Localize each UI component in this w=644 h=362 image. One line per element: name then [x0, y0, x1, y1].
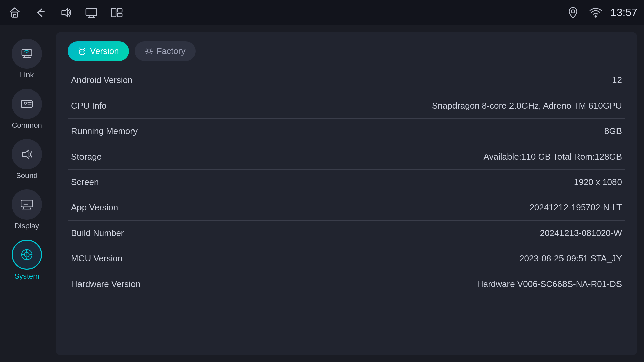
svg-line-33: [80, 48, 81, 49]
svg-point-35: [80, 51, 82, 52]
svg-rect-3: [86, 8, 97, 15]
content-area: Version Factory Android Version 12 CPU I…: [56, 32, 637, 355]
gear-icon: [145, 47, 153, 56]
table-row: Android Version 12: [68, 68, 625, 93]
sidebar-item-display[interactable]: Display: [8, 186, 45, 234]
topbar: 13:57: [0, 0, 644, 25]
system-icon-circle: i: [12, 240, 42, 270]
sidebar-item-sound[interactable]: Sound: [8, 136, 45, 183]
tab-factory[interactable]: Factory: [135, 41, 196, 61]
svg-text:i: i: [26, 253, 27, 257]
tab-version-label: Version: [90, 46, 119, 56]
table-row: Running Memory 8GB: [68, 119, 625, 144]
running-memory-value: 8GB: [604, 126, 622, 136]
location-icon[interactable]: [565, 5, 581, 21]
cpu-info-value: Snapdragon 8-core 2.0GHz, Adreno TM 610G…: [432, 101, 622, 111]
table-row: Storage Available:110 GB Total Rom:128GB: [68, 144, 625, 170]
sidebar-item-link[interactable]: Link: [8, 35, 45, 83]
screen-value: 644 x 362: [574, 177, 622, 187]
common-label: Common: [12, 121, 42, 130]
hardware-version-value: Hardware V006-SC668S-NA-R01-DS: [477, 279, 622, 289]
storage-label: Storage: [71, 152, 102, 162]
sound-label: Sound: [16, 171, 38, 180]
svg-point-11: [595, 16, 597, 17]
screen-icon[interactable]: [83, 5, 99, 21]
sidebar-item-system[interactable]: i System: [8, 236, 45, 284]
svg-rect-14: [21, 100, 32, 108]
volume-icon[interactable]: [58, 5, 74, 21]
svg-rect-9: [117, 13, 122, 16]
cpu-info-label: CPU Info: [71, 101, 107, 111]
app-version-label: App Version: [71, 202, 118, 213]
topbar-left: [7, 5, 125, 21]
android-icon: [78, 47, 87, 56]
table-row: CPU Info Snapdragon 8-core 2.0GHz, Adren…: [68, 93, 625, 119]
mcu-version-label: MCU Version: [71, 253, 122, 264]
home-icon[interactable]: [7, 5, 23, 21]
display-icon-circle: [12, 189, 42, 220]
clock: 13:57: [610, 5, 637, 21]
info-table: Android Version 12 CPU Info Snapdragon 8…: [68, 68, 625, 346]
table-row: Build Number 20241213-081020-W: [68, 221, 625, 246]
svg-marker-2: [62, 8, 68, 17]
svg-line-34: [84, 48, 85, 49]
sidebar: Link Common Sou: [3, 32, 50, 355]
storage-value: Available:110 GB Total Rom:128GB: [484, 152, 622, 162]
running-memory-label: Running Memory: [71, 126, 138, 136]
split-icon[interactable]: [109, 5, 125, 21]
table-row: Screen 644 x 362: [68, 170, 625, 195]
tab-version[interactable]: Version: [68, 41, 129, 61]
svg-marker-18: [22, 150, 29, 158]
svg-point-10: [571, 10, 575, 13]
wifi-icon[interactable]: [588, 5, 604, 21]
android-version-value: 12: [612, 75, 622, 85]
table-row: App Version 20241212-195702-N-LT: [68, 195, 625, 221]
build-number-value: 20241213-081020-W: [540, 228, 622, 238]
hardware-version-label: Hardware Version: [71, 279, 141, 289]
svg-rect-8: [117, 8, 122, 12]
table-row: Hardware Version Hardware V006-SC668S-NA…: [68, 272, 625, 297]
svg-point-37: [147, 50, 150, 53]
svg-point-32: [79, 49, 85, 55]
svg-rect-19: [21, 200, 33, 207]
svg-point-13: [26, 52, 27, 53]
topbar-right: 13:57: [565, 5, 637, 21]
common-icon-circle: [12, 89, 42, 119]
app-version-value: 20241212-195702-N-LT: [529, 202, 622, 213]
tab-factory-label: Factory: [157, 46, 186, 56]
display-label: Display: [15, 222, 39, 230]
svg-rect-7: [111, 8, 116, 17]
main-layout: Link Common Sou: [0, 25, 644, 362]
link-label: Link: [20, 71, 34, 79]
svg-point-15: [24, 102, 26, 104]
tabs: Version Factory: [68, 41, 625, 61]
screen-label: Screen: [71, 177, 99, 187]
svg-point-36: [83, 51, 84, 52]
sidebar-item-common[interactable]: Common: [8, 85, 45, 133]
build-number-label: Build Number: [71, 228, 124, 238]
android-version-label: Android Version: [71, 75, 133, 85]
back-icon[interactable]: [32, 5, 48, 21]
sound-icon-circle: [12, 139, 42, 169]
system-label: System: [14, 272, 39, 281]
table-row: MCU Version 2023-08-25 09:51 STA_JY: [68, 246, 625, 272]
mcu-version-value: 2023-08-25 09:51 STA_JY: [519, 253, 622, 264]
link-icon-circle: [12, 39, 42, 69]
